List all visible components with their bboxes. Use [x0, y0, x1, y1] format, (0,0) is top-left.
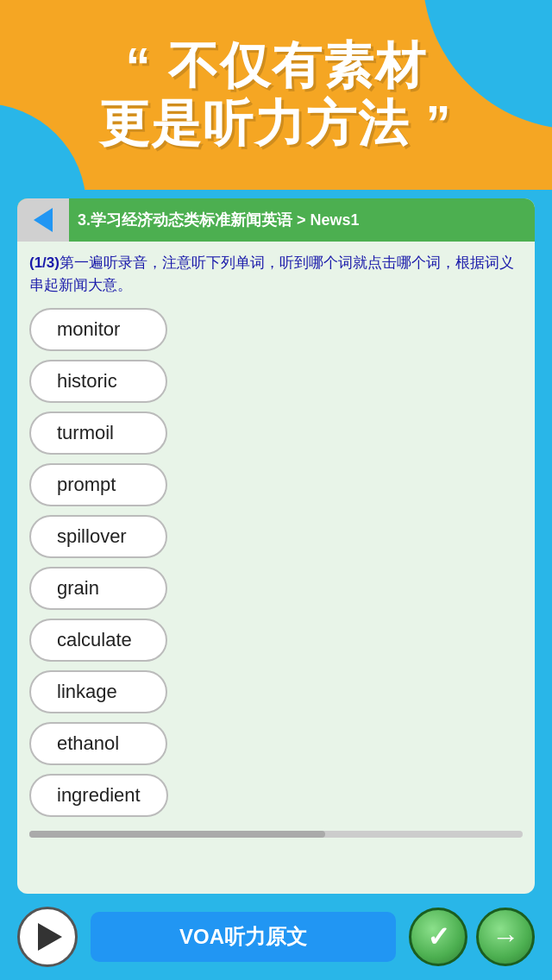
voa-button[interactable]: VOA听力原文	[91, 912, 396, 962]
right-buttons: ✓ →	[409, 908, 535, 966]
word-button-grain[interactable]: grain	[29, 567, 167, 610]
quote-close: ”	[426, 95, 453, 151]
round-number: (1/3)	[29, 254, 60, 271]
quote-open: “	[125, 37, 152, 93]
word-button-calculate[interactable]: calculate	[29, 619, 167, 662]
bottom-bar: VOA听力原文 ✓ →	[0, 894, 552, 980]
word-button-turmoil[interactable]: turmoil	[29, 411, 167, 455]
word-button-linkage[interactable]: linkage	[29, 670, 167, 713]
next-button[interactable]: →	[476, 908, 535, 966]
check-icon: ✓	[427, 923, 450, 951]
nav-title: 3.学习经济动态类标准新闻英语 > News1	[69, 210, 535, 230]
word-button-spillover[interactable]: spillover	[29, 515, 167, 558]
voa-button-label: VOA听力原文	[179, 923, 307, 951]
word-button-monitor[interactable]: monitor	[29, 308, 167, 351]
banner-line2: 更是听力方法	[99, 95, 410, 151]
scroll-bar-thumb	[29, 831, 325, 838]
back-arrow-icon	[34, 208, 53, 232]
instruction-body: 第一遍听录音，注意听下列单词，听到哪个词就点击哪个词，根据词义串起新闻大意。	[29, 254, 514, 293]
banner-line1: 不仅有素材	[168, 37, 427, 93]
scroll-bar	[29, 831, 523, 838]
nav-bar: 3.学习经济动态类标准新闻英语 > News1	[17, 198, 535, 242]
check-button[interactable]: ✓	[409, 908, 467, 966]
next-icon: →	[492, 923, 519, 951]
word-button-ethanol[interactable]: ethanol	[29, 722, 167, 765]
word-list: monitorhistoricturmoilpromptspillovergra…	[17, 303, 535, 831]
scroll-bar-container	[17, 831, 535, 843]
play-button[interactable]	[17, 907, 78, 967]
word-button-prompt[interactable]: prompt	[29, 463, 167, 506]
word-button-ingredient[interactable]: ingredient	[29, 774, 168, 817]
banner-text: “ 不仅有素材 更是听力方法 ”	[99, 37, 452, 152]
play-icon	[38, 923, 62, 951]
top-banner: “ 不仅有素材 更是听力方法 ”	[0, 0, 552, 190]
instruction-text: (1/3)第一遍听录音，注意听下列单词，听到哪个词就点击哪个词，根据词义串起新闻…	[17, 242, 535, 303]
back-button[interactable]	[17, 198, 69, 242]
main-content: 3.学习经济动态类标准新闻英语 > News1 (1/3)第一遍听录音，注意听下…	[17, 198, 535, 894]
word-button-historic[interactable]: historic	[29, 360, 167, 403]
